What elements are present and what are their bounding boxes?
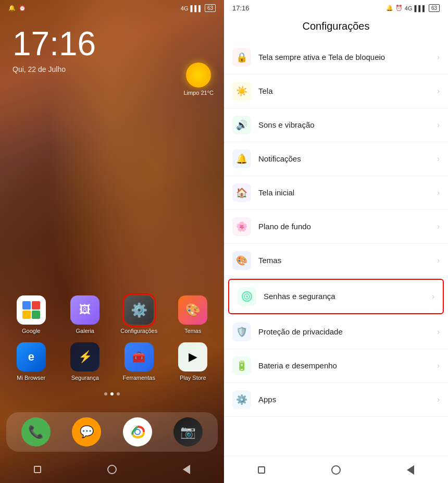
app-galeria-label: Galeria	[76, 328, 94, 334]
flower-icon: 🌸	[236, 221, 247, 232]
chevron-icon-6: ›	[437, 256, 440, 265]
settings-icon-tela-sempre-ativa: 🔒	[232, 48, 251, 67]
chevron-icon-9: ›	[437, 361, 440, 370]
app-seguranca-label: Segurança	[71, 375, 99, 381]
settings-item-privacidade[interactable]: 🛡️ Proteção de privacidade ›	[224, 315, 448, 349]
dot-3	[117, 392, 120, 395]
settings-item-notificacoes[interactable]: 🔔 Notificações ›	[224, 142, 448, 176]
weather-widget: Limpo 21°C	[183, 63, 214, 96]
app-ferramentas[interactable]: 🧰 Ferramentas	[118, 342, 160, 381]
app-seguranca[interactable]: ⚡ Segurança	[64, 342, 106, 381]
home-icon: 🏠	[236, 187, 247, 199]
settings-icon-privacidade: 🛡️	[232, 323, 251, 341]
right-nav-triangle-icon	[407, 465, 414, 475]
home-time: 17:16	[0, 14, 224, 65]
settings-label-apps: Apps	[258, 394, 437, 405]
configuracoes-icon: ⚙️	[125, 295, 154, 325]
app-configuracoes[interactable]: ⚙️ Configurações	[118, 295, 160, 334]
settings-item-plano-fundo[interactable]: 🌸 Plano de fundo ›	[224, 210, 448, 244]
left-nav-bar	[0, 456, 224, 483]
settings-icon-sons: 🔊	[232, 116, 251, 134]
volume-icon: 🔊	[236, 119, 247, 131]
app-google[interactable]: Google	[10, 295, 52, 334]
app-grid: Google 🖼 Galeria ⚙️ Configurações 🎨 Tema…	[0, 295, 224, 389]
sun-icon: ☀️	[236, 85, 247, 97]
right-alarm-icon: 🔔	[386, 5, 393, 11]
lock-icon: 🔒	[236, 52, 247, 63]
dock: 📞 💬 📷	[6, 412, 218, 452]
dock-camera[interactable]: 📷	[173, 417, 203, 447]
right-nav-recent-button[interactable]	[255, 464, 268, 476]
app-mibrowser[interactable]: e Mi Browser	[10, 342, 52, 381]
settings-label-privacidade: Proteção de privacidade	[258, 327, 437, 337]
settings-item-apps[interactable]: ⚙️ Apps ›	[224, 383, 448, 417]
settings-item-tela-sempre-ativa[interactable]: 🔒 Tela sempre ativa e Tela de bloqueio ›	[224, 41, 448, 75]
palette-icon: 🎨	[236, 255, 247, 266]
home-screen: 🔔 ⏰ 4G ▌▌▌ 63 17:16 Qui, 22 de Julho Lim…	[0, 0, 224, 483]
app-mibrowser-label: Mi Browser	[17, 375, 45, 381]
settings-screen: 17:16 🔔 ⏰ 4G ▌▌▌ 63 Configurações 🔒 Tela…	[224, 0, 448, 483]
nav-recent-button[interactable]	[31, 463, 44, 476]
dock-phone[interactable]: 📞	[21, 417, 51, 447]
left-status-bar: 🔔 ⏰ 4G ▌▌▌ 63	[0, 0, 224, 14]
settings-title: Configurações	[224, 14, 448, 41]
right-nav-back-button[interactable]	[404, 464, 417, 476]
notification-icon: 🔔	[8, 5, 16, 11]
settings-label-tela-inicial: Tela inicial	[258, 188, 437, 198]
settings-icon-tela-inicial: 🏠	[232, 183, 251, 202]
google-icon	[17, 295, 46, 325]
svg-point-2	[135, 430, 140, 434]
settings-list: 🔒 Tela sempre ativa e Tela de bloqueio ›…	[224, 41, 448, 456]
right-signal-icon: ▌▌▌	[414, 5, 426, 11]
settings-icon-senhas	[238, 287, 256, 306]
settings-label-tela: Tela	[258, 86, 437, 96]
battery-icon: 63	[205, 4, 216, 12]
nav-circle-icon	[107, 465, 117, 474]
settings-icon-plano-fundo: 🌸	[232, 217, 251, 236]
right-nav-home-button[interactable]	[330, 464, 342, 476]
settings-icon-bateria: 🔋	[232, 356, 251, 375]
bell-icon: 🔔	[236, 153, 247, 165]
app-playstore-label: Play Store	[180, 375, 206, 381]
nav-home-button[interactable]	[106, 463, 118, 476]
seguranca-icon: ⚡	[70, 342, 99, 371]
right-status-icons: 🔔 ⏰ 4G ▌▌▌ 63	[386, 4, 440, 12]
playstore-icon: ▶	[178, 342, 207, 371]
app-temas[interactable]: 🎨 Temas	[172, 295, 214, 334]
chevron-icon-10: ›	[437, 395, 440, 404]
right-network-icon: 4G	[405, 5, 413, 11]
settings-label-sons: Sons e vibração	[258, 120, 437, 130]
nav-square-icon	[34, 466, 41, 473]
app-playstore[interactable]: ▶ Play Store	[172, 342, 214, 381]
settings-item-tela[interactable]: ☀️ Tela ›	[224, 75, 448, 108]
settings-label-bateria: Bateria e desempenho	[258, 361, 437, 371]
dock-messages[interactable]: 💬	[72, 417, 101, 447]
settings-item-tela-inicial[interactable]: 🏠 Tela inicial ›	[224, 176, 448, 210]
chevron-icon-1: ›	[437, 86, 440, 96]
page-dots	[0, 392, 224, 395]
app-galeria[interactable]: 🖼 Galeria	[64, 295, 106, 334]
settings-label-senhas: Senhas e segurança	[264, 291, 432, 302]
app-row-1: Google 🖼 Galeria ⚙️ Configurações 🎨 Tema…	[4, 295, 220, 334]
dock-chrome[interactable]	[123, 417, 152, 447]
shield-icon: 🛡️	[236, 326, 247, 338]
settings-label-temas: Temas	[258, 255, 437, 266]
dot-2	[110, 392, 114, 395]
settings-item-bateria[interactable]: 🔋 Bateria e desempenho ›	[224, 349, 448, 383]
nav-back-button[interactable]	[180, 463, 193, 476]
dot-1	[104, 392, 107, 395]
nav-triangle-icon	[183, 465, 190, 474]
chevron-icon-2: ›	[437, 120, 440, 130]
settings-item-temas[interactable]: 🎨 Temas ›	[224, 244, 448, 278]
mibrowser-icon: e	[17, 342, 46, 371]
settings-item-senhas-seguranca[interactable]: Senhas e segurança ›	[228, 279, 444, 314]
target-icon	[241, 291, 253, 302]
right-nav-circle-icon	[331, 465, 341, 475]
settings-label-tela-sempre-ativa: Tela sempre ativa e Tela de bloqueio	[258, 52, 437, 63]
signal-icon: ▌▌▌	[190, 5, 202, 11]
chevron-icon-5: ›	[437, 222, 440, 231]
chevron-icon-7: ›	[432, 292, 434, 301]
settings-icon-apps: ⚙️	[232, 390, 251, 409]
galeria-icon: 🖼	[70, 295, 99, 325]
settings-item-sons[interactable]: 🔊 Sons e vibração ›	[224, 108, 448, 142]
